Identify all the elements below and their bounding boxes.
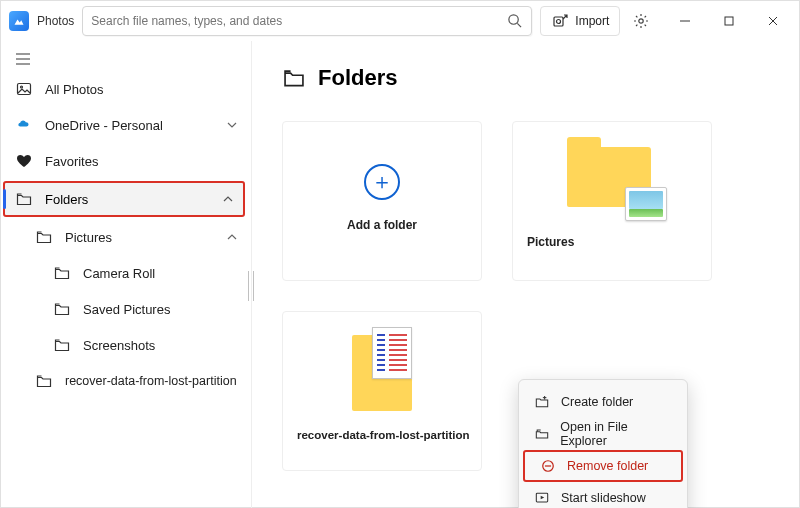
svg-point-1: [509, 15, 518, 24]
onedrive-icon: [15, 116, 33, 134]
app-icon: [9, 11, 29, 31]
minimize-button[interactable]: [663, 1, 707, 41]
svg-marker-0: [15, 20, 24, 25]
import-icon: [551, 12, 569, 30]
app-title: Photos: [37, 14, 74, 28]
svg-line-2: [518, 23, 522, 27]
search-box[interactable]: [82, 6, 532, 36]
sidebar-item-saved-pictures[interactable]: Saved Pictures: [53, 291, 251, 327]
tile-label: Pictures: [513, 235, 574, 249]
ctx-start-slideshow[interactable]: Start slideshow: [519, 482, 687, 508]
settings-button[interactable]: [626, 6, 656, 36]
maximize-button[interactable]: [707, 1, 751, 41]
pictures-children: Camera Roll Saved Pictures Screenshots: [35, 255, 251, 363]
photos-app-window: Photos Import: [0, 0, 800, 508]
svg-point-5: [639, 19, 643, 23]
ctx-label: Start slideshow: [561, 491, 646, 505]
remove-icon: [539, 457, 557, 475]
chevron-up-icon: [223, 194, 233, 204]
folder-icon: [53, 300, 71, 318]
chevron-down-icon: [227, 120, 237, 130]
ctx-label: Remove folder: [567, 459, 648, 473]
close-button[interactable]: [751, 1, 795, 41]
svg-point-14: [21, 86, 23, 88]
ctx-label: Create folder: [561, 395, 633, 409]
window-controls: [663, 1, 795, 41]
document-preview-icon: [372, 327, 412, 379]
folder-icon: [53, 264, 71, 282]
sidebar-item-label: Camera Roll: [83, 266, 155, 281]
sidebar-item-onedrive[interactable]: OneDrive - Personal: [1, 107, 251, 143]
folder-icon: [15, 190, 33, 208]
sidebar-item-label: Saved Pictures: [83, 302, 170, 317]
search-icon[interactable]: [507, 13, 523, 29]
import-label: Import: [575, 14, 609, 28]
folder-icon: [282, 66, 306, 90]
search-input[interactable]: [91, 14, 507, 28]
page-title-text: Folders: [318, 65, 397, 91]
picture-preview-icon: [625, 187, 667, 221]
new-folder-icon: [533, 393, 551, 411]
folder-icon: [53, 336, 71, 354]
pictures-folder-tile[interactable]: Pictures: [512, 121, 712, 281]
sidebar-item-label: All Photos: [45, 82, 104, 97]
folders-children: Pictures Camera Roll Saved Pictures Scre…: [1, 219, 251, 399]
sidebar-item-label: Favorites: [45, 154, 98, 169]
chevron-up-icon: [227, 232, 237, 242]
sidebar: All Photos OneDrive - Personal Favorites…: [1, 41, 252, 508]
sidebar-item-label: recover-data-from-lost-partition: [65, 374, 237, 388]
add-folder-tile[interactable]: ＋ Add a folder: [282, 121, 482, 281]
slideshow-icon: [533, 489, 551, 507]
folder-thumbnail: [352, 335, 412, 411]
sidebar-item-recover[interactable]: recover-data-from-lost-partition: [35, 363, 251, 399]
ctx-open-explorer[interactable]: Open in File Explorer: [519, 418, 687, 450]
sidebar-item-label: Folders: [45, 192, 88, 207]
ctx-create-folder[interactable]: Create folder: [519, 386, 687, 418]
sidebar-item-folders[interactable]: Folders: [3, 181, 245, 217]
import-button[interactable]: Import: [540, 6, 620, 36]
sidebar-item-all-photos[interactable]: All Photos: [1, 71, 251, 107]
sidebar-item-label: Screenshots: [83, 338, 155, 353]
page-title: Folders: [282, 65, 769, 91]
sidebar-item-label: OneDrive - Personal: [45, 118, 163, 133]
folder-icon: [35, 372, 53, 390]
title-bar: Photos Import: [1, 1, 799, 41]
image-icon: [15, 80, 33, 98]
folder-thumbnail: [567, 147, 657, 217]
sidebar-item-camera-roll[interactable]: Camera Roll: [53, 255, 251, 291]
ctx-remove-folder[interactable]: Remove folder: [523, 450, 683, 482]
svg-rect-13: [18, 84, 31, 95]
sidebar-item-screenshots[interactable]: Screenshots: [53, 327, 251, 363]
ctx-label: Open in File Explorer: [560, 420, 673, 448]
hamburger-menu[interactable]: [1, 47, 251, 71]
svg-rect-3: [554, 17, 563, 26]
sidebar-item-pictures[interactable]: Pictures: [35, 219, 251, 255]
recover-folder-tile[interactable]: recover-data-from-lost-partition: [282, 311, 482, 471]
tile-label: recover-data-from-lost-partition: [283, 429, 470, 441]
folder-open-icon: [533, 425, 550, 443]
folder-icon: [35, 228, 53, 246]
tile-label: Add a folder: [347, 218, 417, 232]
heart-icon: [15, 152, 33, 170]
svg-rect-7: [725, 17, 733, 25]
svg-point-4: [557, 20, 561, 24]
context-menu: Create folder Open in File Explorer Remo…: [518, 379, 688, 508]
plus-icon: ＋: [364, 164, 400, 200]
sidebar-item-label: Pictures: [65, 230, 112, 245]
sidebar-item-favorites[interactable]: Favorites: [1, 143, 251, 179]
